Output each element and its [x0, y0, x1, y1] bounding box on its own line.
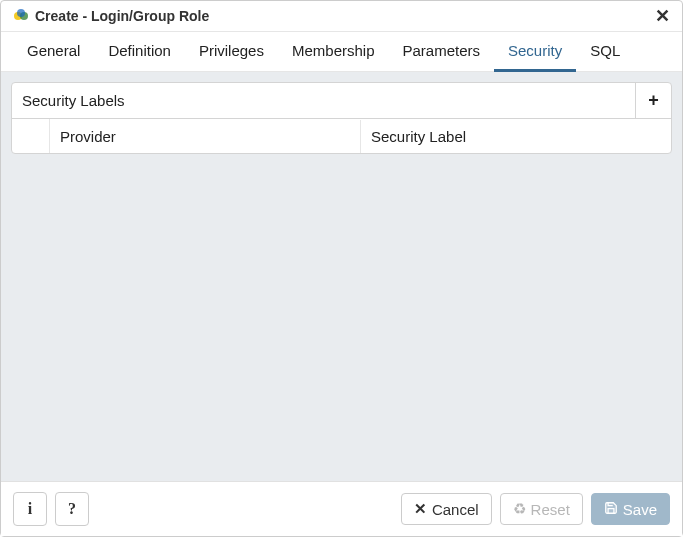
- save-icon: [604, 501, 618, 518]
- close-icon: ✕: [414, 500, 427, 518]
- tab-membership[interactable]: Membership: [278, 32, 389, 72]
- reset-button[interactable]: ♻ Reset: [500, 493, 583, 525]
- info-button[interactable]: i: [13, 492, 47, 526]
- tab-parameters[interactable]: Parameters: [388, 32, 494, 72]
- help-button[interactable]: ?: [55, 492, 89, 526]
- close-icon[interactable]: ✕: [655, 7, 670, 25]
- column-security-label: Security Label: [361, 120, 671, 153]
- create-role-dialog: Create - Login/Group Role ✕ General Defi…: [0, 0, 683, 537]
- content-area: Security Labels + Provider Security Labe…: [1, 72, 682, 481]
- tab-security[interactable]: Security: [494, 32, 576, 72]
- grid-actions-column: [12, 119, 50, 153]
- dialog-title: Create - Login/Group Role: [35, 8, 209, 24]
- tabs: General Definition Privileges Membership…: [1, 32, 682, 72]
- tab-privileges[interactable]: Privileges: [185, 32, 278, 72]
- plus-icon: +: [648, 90, 659, 111]
- footer: i ? ✕ Cancel ♻ Reset: [1, 481, 682, 536]
- tab-sql[interactable]: SQL: [576, 32, 634, 72]
- save-button[interactable]: Save: [591, 493, 670, 525]
- role-icon: [13, 8, 29, 24]
- cancel-button[interactable]: ✕ Cancel: [401, 493, 492, 525]
- tab-definition[interactable]: Definition: [94, 32, 185, 72]
- info-icon: i: [28, 500, 32, 518]
- security-labels-panel: Security Labels + Provider Security Labe…: [11, 82, 672, 154]
- help-icon: ?: [68, 500, 76, 518]
- save-label: Save: [623, 501, 657, 518]
- column-provider: Provider: [50, 120, 361, 153]
- titlebar: Create - Login/Group Role ✕: [1, 1, 682, 32]
- footer-right: ✕ Cancel ♻ Reset Save: [401, 493, 670, 525]
- panel-title: Security Labels: [12, 84, 135, 117]
- tab-general[interactable]: General: [13, 32, 94, 72]
- titlebar-left: Create - Login/Group Role: [13, 8, 209, 24]
- grid-header: Provider Security Label: [12, 119, 671, 153]
- recycle-icon: ♻: [513, 500, 526, 518]
- add-row-button[interactable]: +: [635, 83, 671, 119]
- footer-left: i ?: [13, 492, 89, 526]
- svg-point-2: [17, 9, 25, 17]
- cancel-label: Cancel: [432, 501, 479, 518]
- panel-header: Security Labels +: [12, 83, 671, 119]
- reset-label: Reset: [531, 501, 570, 518]
